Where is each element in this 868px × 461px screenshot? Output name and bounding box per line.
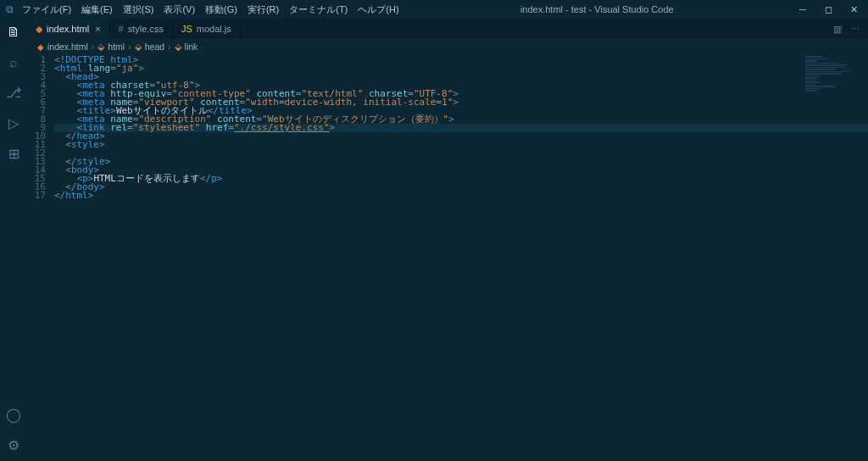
breadcrumb-item[interactable]: head: [145, 42, 164, 52]
close-button[interactable]: ✕: [841, 4, 866, 15]
more-actions-icon[interactable]: ⋯: [850, 24, 860, 35]
account-icon[interactable]: ◯: [5, 407, 22, 424]
window-title: index.html - test - Visual Studio Code: [404, 4, 790, 14]
js-file-icon: JS: [181, 24, 192, 34]
tab-style-css[interactable]: # style.css: [110, 19, 173, 39]
menu-terminal[interactable]: ターミナル(T): [284, 2, 353, 18]
editor-tabs: ◆ index.html × # style.css JS modal.js ▥…: [27, 19, 868, 39]
maximize-button[interactable]: ◻: [815, 4, 841, 15]
vscode-logo-icon: ⧉: [2, 3, 17, 15]
breadcrumb-item[interactable]: html: [108, 42, 125, 52]
menu-selection[interactable]: 選択(S): [118, 2, 159, 18]
menu-go[interactable]: 移動(G): [200, 2, 242, 18]
breadcrumbs[interactable]: ◆ index.html › ⬙ html › ⬙ head › ⬙ link: [27, 39, 868, 54]
html-file-icon: ◆: [37, 42, 44, 52]
extensions-icon[interactable]: ⊞: [5, 146, 22, 163]
element-icon: ⬙: [175, 42, 181, 52]
menu-view[interactable]: 表示(V): [159, 2, 200, 18]
code-content[interactable]: <!DOCTYPE html> <html lang="ja"> <head> …: [54, 54, 868, 461]
menu-run[interactable]: 実行(R): [242, 2, 284, 18]
search-icon[interactable]: ⌕: [5, 54, 22, 71]
element-icon: ⬙: [135, 42, 142, 52]
tab-modal-js[interactable]: JS modal.js: [173, 19, 241, 39]
menu-file[interactable]: ファイル(F): [17, 2, 76, 18]
minimize-button[interactable]: ─: [790, 4, 815, 15]
menu-bar: ファイル(F) 編集(E) 選択(S) 表示(V) 移動(G) 実行(R) ター…: [17, 2, 404, 18]
close-icon[interactable]: ×: [95, 24, 100, 34]
split-editor-icon[interactable]: ▥: [833, 24, 842, 35]
tab-label: index.html: [47, 24, 89, 34]
chevron-right-icon: ›: [92, 42, 95, 52]
code-editor[interactable]: 1234567891011121314151617 <!DOCTYPE html…: [27, 54, 868, 461]
run-icon[interactable]: ▷: [5, 115, 22, 132]
activity-bar: 🗎 ⌕ ⎇ ▷ ⊞ ◯ ⚙: [0, 19, 27, 461]
tab-index-html[interactable]: ◆ index.html ×: [27, 19, 110, 39]
breadcrumb-item[interactable]: link: [185, 42, 198, 52]
files-icon[interactable]: 🗎: [5, 24, 22, 41]
title-bar: ⧉ ファイル(F) 編集(E) 選択(S) 表示(V) 移動(G) 実行(R) …: [0, 0, 868, 19]
chevron-right-icon: ›: [128, 42, 131, 52]
minimap[interactable]: [805, 56, 865, 81]
html-file-icon: ◆: [36, 24, 42, 35]
css-file-icon: #: [119, 24, 124, 34]
element-icon: ⬙: [97, 42, 104, 52]
breadcrumb-item[interactable]: index.html: [47, 42, 88, 52]
menu-help[interactable]: ヘルプ(H): [353, 2, 403, 18]
window-controls: ─ ◻ ✕: [790, 4, 866, 15]
line-numbers: 1234567891011121314151617: [27, 54, 54, 461]
tab-label: modal.js: [197, 24, 231, 34]
gear-icon[interactable]: ⚙: [5, 437, 22, 454]
menu-edit[interactable]: 編集(E): [76, 2, 118, 18]
tab-label: style.css: [128, 24, 164, 34]
chevron-right-icon: ›: [168, 42, 171, 52]
source-control-icon[interactable]: ⎇: [5, 85, 22, 102]
